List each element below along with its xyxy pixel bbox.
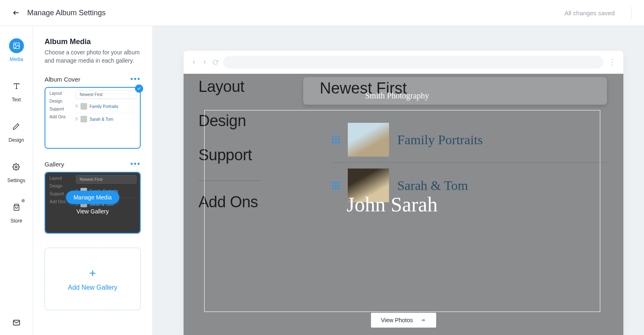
svg-point-5	[15, 166, 17, 168]
manage-media-button[interactable]: Manage Media	[66, 191, 119, 204]
mini-nav-item: Add Ons	[50, 115, 70, 119]
mini-sort: Newest First	[76, 90, 137, 99]
plus-icon: +	[89, 267, 96, 280]
mini-row-label: Family Portraits	[90, 104, 118, 109]
nav-store-label: Store	[10, 218, 22, 224]
text-icon	[13, 82, 20, 90]
mini-nav-item: Design	[50, 99, 70, 103]
browser-url-bar[interactable]	[223, 56, 604, 68]
grip-icon: ⠿	[75, 104, 78, 109]
image-icon	[13, 42, 20, 49]
gallery-menu[interactable]: •••	[130, 160, 141, 168]
mini-row-label: Sarah & Tom	[90, 117, 113, 122]
back-button[interactable]	[12, 9, 20, 16]
site-brand: Smith Photography	[365, 91, 429, 101]
gear-icon	[12, 163, 20, 171]
mini-nav-item: Support	[50, 107, 70, 111]
envelope-icon	[12, 319, 21, 327]
mini-nav-item: Layout	[50, 91, 70, 96]
view-gallery-link[interactable]: View Gallery	[76, 208, 109, 215]
nav-settings[interactable]: Settings	[7, 159, 25, 183]
mini-thumb	[80, 103, 87, 110]
view-photos-button[interactable]: View Photos	[371, 313, 436, 328]
save-status: All changes saved	[564, 9, 623, 16]
browser-frame: ⋮ Layout Design Support Add Ons Newest F…	[184, 51, 623, 335]
arrow-right-icon	[420, 318, 426, 323]
add-new-gallery-button[interactable]: + Add New Gallery	[45, 248, 141, 310]
pencil-icon	[12, 123, 20, 130]
browser-reload-icon[interactable]	[212, 59, 218, 65]
album-cover-label: Album Cover	[45, 76, 80, 83]
view-photos-label: View Photos	[381, 317, 413, 323]
bag-icon	[13, 204, 20, 211]
mini-thumb	[80, 116, 87, 122]
album-cover-menu[interactable]: •••	[130, 75, 141, 83]
nav-inbox[interactable]	[12, 319, 21, 327]
grip-icon: ⠿	[75, 117, 78, 122]
divider	[631, 7, 632, 19]
nav-text[interactable]: Text	[9, 79, 24, 103]
preview-canvas: ⋮ Layout Design Support Add Ons Newest F…	[153, 26, 644, 335]
nav-design-label: Design	[9, 137, 24, 143]
nav-settings-label: Settings	[7, 178, 25, 183]
nav-media-label: Media	[9, 56, 23, 62]
top-bar: Manage Album Settings All changes saved	[0, 0, 644, 26]
site-nav-item: Layout	[198, 78, 307, 96]
browser-back-icon[interactable]	[191, 59, 197, 65]
side-nav: Media Text Design Settings Store	[0, 26, 33, 335]
nav-store[interactable]: Store	[9, 200, 24, 224]
arrow-left-icon	[12, 9, 20, 16]
svg-point-2	[15, 44, 16, 45]
sort-dropdown: Newest First	[303, 77, 607, 105]
browser-more-icon[interactable]: ⋮	[609, 58, 616, 67]
nav-design[interactable]: Design	[9, 119, 24, 143]
panel-heading: Album Media	[45, 37, 141, 46]
add-new-gallery-label: Add New Gallery	[68, 284, 117, 291]
media-panel: Album Media Choose a cover photo for you…	[33, 26, 153, 335]
nav-media[interactable]: Media	[9, 38, 24, 62]
site-preview: Layout Design Support Add Ons Newest Fir…	[184, 74, 623, 335]
gallery-label: Gallery	[45, 161, 64, 168]
nav-text-label: Text	[12, 97, 21, 103]
panel-description: Choose a cover photo for your album and …	[45, 49, 141, 65]
browser-toolbar: ⋮	[184, 51, 623, 74]
page-title: Manage Album Settings	[27, 9, 106, 17]
notification-dot-icon	[21, 199, 25, 202]
browser-forward-icon[interactable]	[202, 59, 208, 65]
gallery-card[interactable]: Layout Design Support Add Ons Newest Fir…	[45, 172, 141, 234]
album-title: John Sarah	[347, 192, 438, 216]
album-cover-card[interactable]: Layout Design Support Add Ons Newest Fir…	[45, 87, 141, 149]
